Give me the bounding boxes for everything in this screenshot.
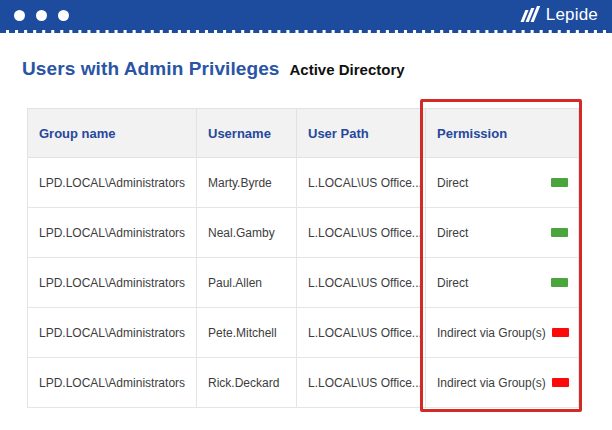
lepide-logo-icon [520, 6, 542, 24]
window-dot[interactable] [36, 10, 47, 21]
table-body: LPD.LOCAL\AdministratorsMarty.ByrdeL.LOC… [28, 158, 579, 408]
group-name-cell: LPD.LOCAL\Administrators [28, 258, 197, 308]
table-row[interactable]: LPD.LOCAL\AdministratorsPete.MitchellL.L… [28, 308, 579, 358]
permission-cell: Indirect via Group(s) [426, 308, 579, 358]
permission-cell: Direct [426, 208, 579, 258]
window-dot[interactable] [58, 10, 69, 21]
user-path-cell: L.LOCAL\US Office... [297, 258, 426, 308]
table-row[interactable]: LPD.LOCAL\AdministratorsMarty.ByrdeL.LOC… [28, 158, 579, 208]
lepide-logo-text: Lepide [546, 5, 598, 25]
window-dot[interactable] [14, 10, 25, 21]
username-cell: Rick.Deckard [197, 358, 297, 408]
titlebar: Lepide [0, 0, 612, 30]
permission-label: Direct [437, 226, 468, 240]
table-header-row: Group nameUsernameUser PathPermission [28, 109, 579, 158]
user-path-cell: L.LOCAL\US Office... [297, 158, 426, 208]
page-title: Users with Admin Privileges [22, 58, 280, 80]
table-row[interactable]: LPD.LOCAL\AdministratorsNeal.GambyL.LOCA… [28, 208, 579, 258]
column-header-username[interactable]: Username [197, 109, 297, 158]
page-heading: Users with Admin Privileges Active Direc… [22, 58, 405, 80]
column-header-permission[interactable]: Permission [426, 109, 579, 158]
column-header-user-path[interactable]: User Path [297, 109, 426, 158]
column-header-group-name[interactable]: Group name [28, 109, 197, 158]
permission-label: Indirect via Group(s) [437, 376, 546, 390]
group-name-cell: LPD.LOCAL\Administrators [28, 158, 197, 208]
direct-indicator [551, 178, 568, 187]
admin-privileges-table: Group nameUsernameUser PathPermission LP… [27, 108, 579, 408]
permission-cell: Direct [426, 258, 579, 308]
permission-label: Direct [437, 276, 468, 290]
lepide-logo: Lepide [520, 5, 598, 25]
group-name-cell: LPD.LOCAL\Administrators [28, 358, 197, 408]
group-name-cell: LPD.LOCAL\Administrators [28, 308, 197, 358]
window-controls [14, 10, 69, 21]
page-subtitle: Active Directory [290, 61, 405, 78]
user-path-cell: L.LOCAL\US Office... [297, 208, 426, 258]
report-table-container: Group nameUsernameUser PathPermission LP… [27, 108, 579, 408]
group-name-cell: LPD.LOCAL\Administrators [28, 208, 197, 258]
username-cell: Paul.Allen [197, 258, 297, 308]
permission-cell: Indirect via Group(s) [426, 358, 579, 408]
indirect-indicator [552, 328, 569, 337]
user-path-cell: L.LOCAL\US Office... [297, 308, 426, 358]
permission-label: Indirect via Group(s) [437, 326, 546, 340]
user-path-cell: L.LOCAL\US Office... [297, 358, 426, 408]
username-cell: Marty.Byrde [197, 158, 297, 208]
username-cell: Neal.Gamby [197, 208, 297, 258]
direct-indicator [551, 228, 568, 237]
titlebar-dashed-divider [0, 30, 612, 33]
table-row[interactable]: LPD.LOCAL\AdministratorsRick.DeckardL.LO… [28, 358, 579, 408]
permission-label: Direct [437, 176, 468, 190]
table-row[interactable]: LPD.LOCAL\AdministratorsPaul.AllenL.LOCA… [28, 258, 579, 308]
direct-indicator [551, 278, 568, 287]
indirect-indicator [552, 378, 569, 387]
permission-cell: Direct [426, 158, 579, 208]
username-cell: Pete.Mitchell [197, 308, 297, 358]
